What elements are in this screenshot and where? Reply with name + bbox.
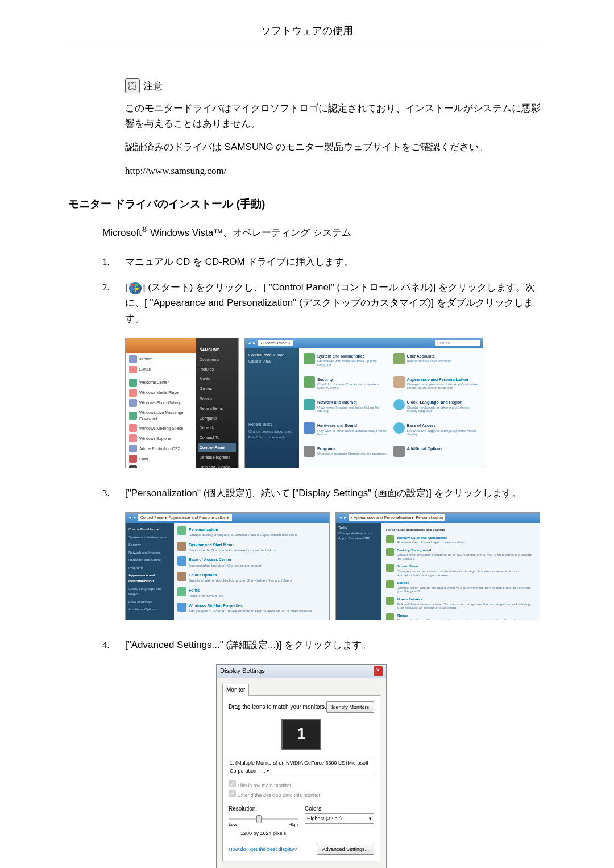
step-3: 3. ["Personalization" (個人設定)]、続いて ["Disp… [102,485,546,501]
colors-combo: Highest (32 bit)▾ [305,813,374,824]
resolution-slider [229,818,298,820]
screenshot-control-panel: ◄ ► • Control Panel •Search Control Pane… [244,338,483,468]
note-label: 注意 [143,78,163,94]
note-url: http://www.samsung.com/ [125,163,546,178]
note-paragraph-2: 認証済みのドライバは SAMSUNG のモニター製品ウェブサイトをご確認ください… [125,139,546,155]
monitor-preview: 1 [281,719,321,750]
identify-monitors-button: Identify Monitors [326,701,374,713]
help-link: How do I get the best display? [229,845,297,853]
step-1: 1. マニュアル CD を CD-ROM ドライブに挿入します。 [102,254,546,269]
advanced-settings-button: Advanced Settings... [317,844,374,855]
note-paragraph-1: このモニタードライバはマイクロソフトロゴに認定されており、インストールがシステム… [125,101,546,131]
section-heading: モニター ドライバのインストール (手動) [68,196,546,213]
windows-start-icon [129,282,142,294]
screenshot-display-settings: Display Settings✕ Monitor Drag the icons… [216,664,387,868]
screenshot-appearance: ◄ ► Control Panel ▸ Appearance and Perso… [125,512,330,620]
note-icon [125,78,140,93]
page-header-title: ソフトウェアの使用 [68,23,546,44]
step-2: 2. [] (スタート) をクリックし、[ "Control Panel" (コ… [102,280,546,326]
close-icon: ✕ [374,666,383,676]
note-section: 注意 このモニタードライバはマイクロソフトロゴに認定されており、インストールがシ… [125,78,546,178]
screenshot-personalization: ◄ ► ▸ Appearance and Personalization ▸ P… [335,512,540,620]
screenshot-start-menu: Internet E-mail Welcome Center Windows M… [125,338,239,468]
step-4: 4. ["Advanced Settings..." (詳細設定...)] をク… [102,637,546,653]
subtitle: Microsoft® Windows Vista™、オペレーティング システム [102,223,546,240]
monitor-select: 1. (Multiple Monitors) on NVIDIA GeForce… [229,758,374,776]
